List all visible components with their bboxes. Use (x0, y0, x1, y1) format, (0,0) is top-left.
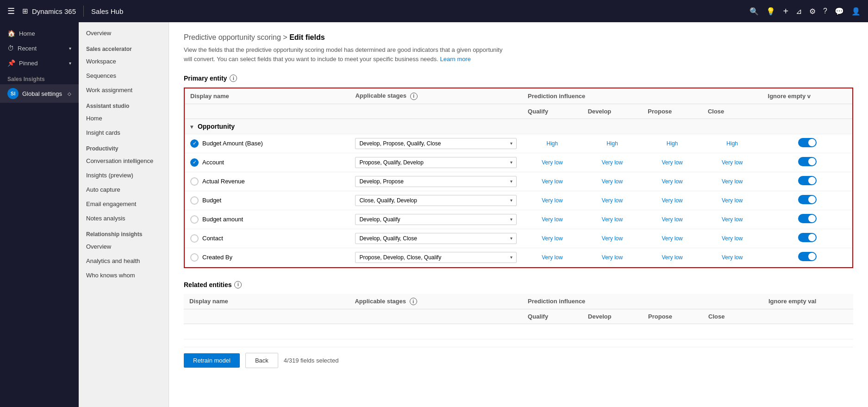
close-link-4[interactable]: Very low (722, 216, 743, 223)
settings-icon[interactable]: ⚙ (809, 7, 816, 16)
sidebar-item-home2[interactable]: Home (79, 111, 169, 125)
cell-close-6: Very low (702, 248, 762, 267)
th-empty2 (350, 104, 522, 119)
retrain-model-button[interactable]: Retrain model (184, 353, 240, 368)
sidebar-section-assistant-studio: Assistant studio (79, 97, 169, 111)
nav-icons: 🔍 💡 + ⊿ ⚙ ? 💬 👤 (749, 6, 861, 17)
develop-link-5[interactable]: Very low (602, 235, 623, 242)
sidebar-item-pinned[interactable]: 📌 Pinned ▾ (0, 56, 79, 70)
qualify-link-1[interactable]: Very low (542, 159, 562, 166)
filter-icon[interactable]: ⊿ (796, 7, 802, 16)
toggle-3[interactable] (798, 195, 817, 204)
stage-dropdown-1[interactable]: Propose, Qualify, Develop ▾ (355, 157, 517, 168)
back-button[interactable]: Back (245, 353, 278, 368)
sidebar-item-workspace[interactable]: Workspace (79, 54, 169, 69)
cell-develop-3: Very low (582, 191, 643, 210)
close-link-0[interactable]: High (726, 140, 738, 147)
checkbox-5[interactable] (190, 234, 199, 243)
develop-link-6[interactable]: Very low (602, 254, 623, 261)
toggle-5[interactable] (798, 233, 817, 242)
stage-dropdown-5[interactable]: Develop, Qualify, Close ▾ (355, 233, 517, 244)
develop-link-3[interactable]: Very low (602, 197, 623, 204)
propose-link-1[interactable]: Very low (662, 159, 682, 166)
red-border-section: Display name Applicable stages i Predict… (184, 88, 853, 268)
propose-link-0[interactable]: High (667, 140, 678, 147)
propose-link-6[interactable]: Very low (662, 254, 682, 261)
brand-icon: ⊞ (22, 7, 28, 15)
table-row: Budget amount Develop, Qualify ▾ Very lo… (185, 210, 852, 229)
propose-link-5[interactable]: Very low (662, 235, 682, 242)
stage-dropdown-0[interactable]: Develop, Propose, Qualify, Close ▾ (355, 138, 517, 149)
close-link-5[interactable]: Very low (722, 235, 743, 242)
brand-logo: ⊞ Dynamics 365 (22, 7, 76, 15)
qualify-link-4[interactable]: Very low (542, 216, 562, 223)
help-icon[interactable]: ? (823, 7, 827, 15)
chat-icon[interactable]: 💬 (835, 7, 844, 16)
si-badge: SI (7, 88, 19, 99)
user-avatar[interactable]: 👤 (851, 7, 861, 16)
primary-entity-info-icon[interactable]: i (230, 75, 237, 82)
sidebar-item-conversation-intelligence[interactable]: Conversation intelligence (79, 154, 169, 168)
checkbox-6[interactable] (190, 253, 199, 262)
main-content: Predictive opportunity scoring > Edit fi… (169, 22, 868, 407)
sidebar-item-notes-analysis[interactable]: Notes analysis (79, 211, 169, 225)
applicable-stages-info-icon[interactable]: i (410, 93, 418, 100)
propose-link-3[interactable]: Very low (662, 197, 682, 204)
add-icon[interactable]: + (783, 6, 788, 17)
sidebar-item-sequences[interactable]: Sequences (79, 69, 169, 83)
related-entities-info-icon[interactable]: i (234, 281, 242, 288)
sidebar-item-email-engagement[interactable]: Email engagement (79, 197, 169, 211)
stage-dropdown-4[interactable]: Develop, Qualify ▾ (355, 214, 517, 225)
toggle-2[interactable] (798, 176, 817, 185)
checkbox-0[interactable]: ✓ (190, 139, 199, 148)
qualify-link-5[interactable]: Very low (542, 235, 562, 242)
sidebar-item-insights-preview[interactable]: Insights (preview) (79, 168, 169, 182)
checkbox-1[interactable]: ✓ (190, 158, 199, 167)
qualify-link-2[interactable]: Very low (542, 178, 562, 185)
toggle-4[interactable] (798, 214, 817, 223)
cell-propose-4: Very low (642, 210, 702, 229)
toggle-1[interactable] (798, 157, 817, 166)
breadcrumb: Predictive opportunity scoring > Edit fi… (184, 33, 853, 42)
checkbox-3[interactable] (190, 196, 199, 205)
close-link-1[interactable]: Very low (722, 159, 743, 166)
qualify-link-3[interactable]: Very low (542, 197, 562, 204)
stage-dropdown-3[interactable]: Close, Qualify, Develop ▾ (355, 195, 517, 206)
sidebar-item-work-assignment[interactable]: Work assignment (79, 83, 169, 97)
close-link-6[interactable]: Very low (722, 254, 743, 261)
develop-link-4[interactable]: Very low (602, 216, 623, 223)
sidebar-item-overview2[interactable]: Overview (79, 239, 169, 254)
close-link-2[interactable]: Very low (722, 178, 743, 185)
checkbox-2[interactable] (190, 177, 199, 186)
sidebar-item-home[interactable]: 🏠 Home (0, 26, 79, 41)
cell-develop-1: Very low (582, 153, 643, 172)
qualify-link-0[interactable]: High (547, 140, 558, 147)
toggle-6[interactable] (798, 252, 817, 261)
th-empty1 (185, 104, 350, 119)
cell-develop-2: Very low (582, 172, 643, 191)
cell-develop-4: Very low (582, 210, 643, 229)
develop-link-0[interactable]: High (606, 140, 618, 147)
sidebar-item-global-settings[interactable]: SI Global settings ◇ (0, 84, 79, 103)
sidebar-item-overview[interactable]: Overview (79, 26, 169, 40)
develop-link-2[interactable]: Very low (602, 178, 623, 185)
sidebar-item-recent[interactable]: ⏱ Recent ▾ (0, 41, 79, 56)
develop-link-1[interactable]: Very low (602, 159, 623, 166)
re-applicable-stages-info-icon[interactable]: i (410, 298, 417, 305)
sidebar-item-insight-cards[interactable]: Insight cards (79, 125, 169, 140)
qualify-link-6[interactable]: Very low (542, 254, 562, 261)
close-link-3[interactable]: Very low (722, 197, 743, 204)
propose-link-2[interactable]: Very low (662, 178, 682, 185)
sidebar-item-who-knows-whom[interactable]: Who knows whom (79, 268, 169, 282)
propose-link-4[interactable]: Very low (662, 216, 682, 223)
stage-dropdown-6[interactable]: Propose, Develop, Close, Qualify ▾ (355, 252, 517, 263)
sidebar-item-analytics-health[interactable]: Analytics and health (79, 254, 169, 268)
search-icon[interactable]: 🔍 (749, 7, 759, 16)
hamburger-menu-icon[interactable]: ☰ (7, 6, 15, 16)
stage-dropdown-2[interactable]: Develop, Propose ▾ (355, 176, 517, 187)
lightbulb-icon[interactable]: 💡 (766, 7, 775, 16)
learn-more-link[interactable]: Learn more (440, 56, 471, 63)
sidebar-item-auto-capture[interactable]: Auto capture (79, 182, 169, 197)
toggle-0[interactable] (798, 138, 817, 147)
checkbox-4[interactable] (190, 215, 199, 224)
